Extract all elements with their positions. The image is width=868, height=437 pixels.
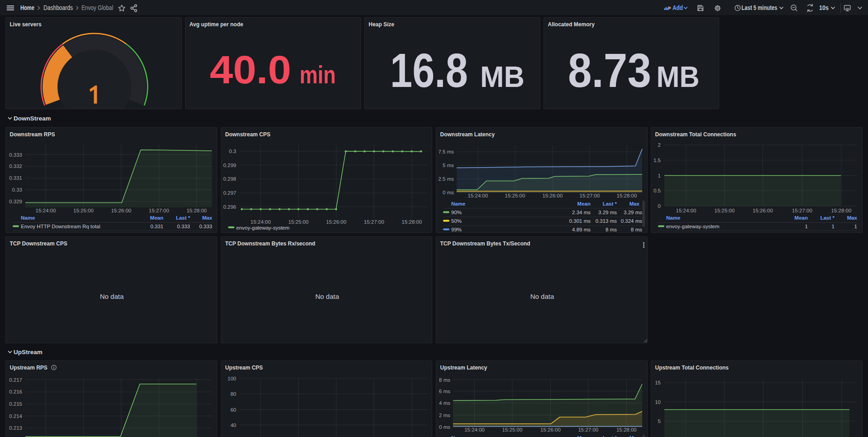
svg-text:Mean: Mean	[795, 215, 808, 221]
svg-text:No data: No data	[315, 293, 339, 300]
svg-text:0: 0	[658, 203, 661, 209]
svg-text:0.297: 0.297	[223, 190, 236, 196]
svg-text:2.5 ms: 2.5 ms	[438, 176, 454, 182]
svg-text:Upstream Total Connections: Upstream Total Connections	[655, 365, 729, 371]
svg-text:Max: Max	[630, 435, 640, 437]
svg-text:Envoy HTTP Downstream Rq total: Envoy HTTP Downstream Rq total	[21, 224, 100, 229]
svg-text:Downstream RPS: Downstream RPS	[10, 131, 55, 138]
svg-text:15: 15	[655, 380, 661, 385]
svg-text:0.33: 0.33	[12, 187, 22, 192]
svg-text:15:26:00: 15:26:00	[543, 193, 563, 198]
svg-text:15:26:00: 15:26:00	[326, 219, 347, 225]
svg-text:2.34 ms: 2.34 ms	[572, 210, 591, 215]
svg-text:Mean: Mean	[577, 435, 591, 437]
svg-text:min: min	[300, 60, 336, 89]
svg-text:0.333: 0.333	[177, 224, 190, 229]
svg-text:0 ms: 0 ms	[439, 424, 450, 430]
svg-text:0.301 ms: 0.301 ms	[569, 218, 591, 224]
svg-text:Max: Max	[630, 201, 640, 206]
svg-text:0.3: 0.3	[229, 149, 236, 154]
svg-text:Name: Name	[666, 215, 680, 221]
svg-text:DownStream: DownStream	[14, 115, 51, 122]
svg-text:Max: Max	[202, 215, 213, 221]
svg-text:15:26:00: 15:26:00	[753, 208, 773, 213]
svg-text:Last *: Last *	[603, 201, 617, 206]
svg-text:1.5: 1.5	[653, 158, 661, 163]
svg-text:0.298: 0.298	[223, 176, 236, 182]
svg-text:TCP Downstream Bytes Tx/Second: TCP Downstream Bytes Tx/Second	[440, 240, 530, 247]
svg-text:2: 2	[658, 142, 661, 148]
svg-text:0.216: 0.216	[9, 389, 22, 394]
svg-text:Last 5 minutes: Last 5 minutes	[742, 4, 777, 11]
svg-text:8 ms: 8 ms	[631, 227, 642, 232]
svg-text:Avg uptime per node: Avg uptime per node	[190, 21, 243, 28]
svg-text:10s: 10s	[819, 4, 829, 11]
svg-text:0.5: 0.5	[653, 188, 661, 193]
svg-text:1: 1	[805, 224, 808, 229]
svg-text:8 ms: 8 ms	[606, 227, 617, 232]
svg-text:7.5 ms: 7.5 ms	[438, 149, 454, 154]
svg-text:Home: Home	[20, 4, 34, 11]
svg-text:15:25:00: 15:25:00	[715, 208, 735, 213]
svg-text:0.331: 0.331	[9, 175, 22, 181]
svg-text:Live servers: Live servers	[10, 21, 42, 28]
svg-text:15:28:00: 15:28:00	[831, 208, 852, 213]
svg-text:MB: MB	[657, 61, 700, 93]
svg-text:0.331: 0.331	[150, 224, 163, 229]
svg-text:Last *: Last *	[176, 215, 191, 221]
svg-text:15:26:00: 15:26:00	[111, 208, 131, 213]
svg-text:100: 100	[228, 376, 236, 381]
svg-text:5 ms: 5 ms	[443, 163, 454, 168]
svg-text:15:28:00: 15:28:00	[617, 193, 637, 198]
svg-text:6 ms: 6 ms	[439, 389, 450, 394]
svg-text:15:25:00: 15:25:00	[502, 427, 523, 432]
svg-text:60: 60	[230, 407, 236, 413]
svg-text:15:27:00: 15:27:00	[578, 427, 598, 432]
svg-text:90%: 90%	[451, 210, 462, 215]
svg-text:3.29 ms: 3.29 ms	[624, 210, 642, 215]
svg-text:Downstream Latency: Downstream Latency	[440, 131, 495, 138]
svg-text:15:27:00: 15:27:00	[792, 208, 812, 213]
svg-text:15:28:00: 15:28:00	[186, 208, 207, 213]
svg-text:0.217: 0.217	[9, 377, 22, 383]
svg-text:Name: Name	[451, 435, 465, 437]
svg-text:15:24:00: 15:24:00	[251, 219, 271, 225]
svg-text:Upstream RPS: Upstream RPS	[10, 365, 48, 371]
svg-text:8.73: 8.73	[568, 43, 651, 97]
svg-text:Max: Max	[847, 215, 858, 221]
svg-text:1: 1	[832, 224, 835, 229]
svg-text:0.299: 0.299	[223, 163, 236, 168]
svg-text:Allocated Memory: Allocated Memory	[548, 21, 595, 28]
svg-text:15:28:00: 15:28:00	[402, 219, 422, 225]
svg-text:1: 1	[854, 224, 857, 229]
svg-text:Last *: Last *	[603, 435, 617, 437]
svg-text:15:25:00: 15:25:00	[288, 219, 309, 225]
svg-text:80: 80	[230, 391, 236, 397]
svg-text:UpStream: UpStream	[14, 349, 43, 355]
svg-text:Mean: Mean	[150, 215, 163, 221]
svg-text:No data: No data	[530, 293, 554, 300]
svg-text:TCP Downstream CPS: TCP Downstream CPS	[10, 240, 67, 247]
svg-text:15:24:00: 15:24:00	[464, 427, 485, 432]
svg-text:4.89 ms: 4.89 ms	[572, 227, 591, 232]
svg-text:TCP Downstream Bytes Rx/second: TCP Downstream Bytes Rx/second	[225, 240, 315, 247]
svg-text:15:24:00: 15:24:00	[468, 193, 488, 198]
svg-text:Name: Name	[21, 215, 35, 221]
svg-text:10: 10	[655, 399, 661, 405]
svg-text:MB: MB	[480, 61, 525, 93]
svg-text:4 ms: 4 ms	[439, 400, 450, 406]
svg-text:0.332: 0.332	[9, 163, 22, 169]
svg-text:Mean: Mean	[577, 201, 591, 206]
svg-text:0.213: 0.213	[9, 425, 22, 431]
svg-text:15:27:00: 15:27:00	[364, 219, 384, 225]
svg-text:Add: Add	[672, 4, 683, 11]
svg-text:envoy-gateway-system: envoy-gateway-system	[236, 225, 290, 231]
svg-text:0.296: 0.296	[223, 204, 236, 210]
svg-text:0.333: 0.333	[199, 224, 212, 229]
svg-text:40.0: 40.0	[210, 47, 291, 92]
svg-text:0.214: 0.214	[9, 413, 22, 419]
svg-text:15:24:00: 15:24:00	[36, 208, 56, 213]
svg-text:No data: No data	[100, 293, 124, 300]
svg-text:5: 5	[658, 418, 661, 424]
svg-text:99%: 99%	[451, 227, 462, 232]
